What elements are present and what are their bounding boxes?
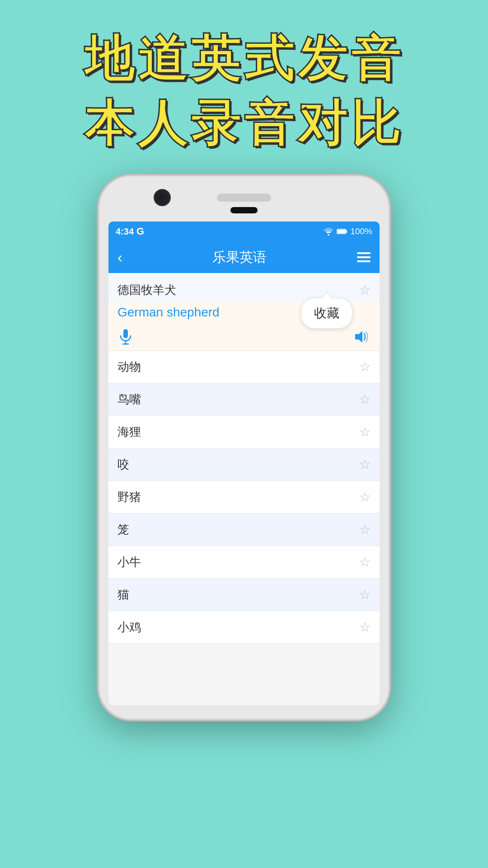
menu-line-1: [357, 252, 371, 254]
selected-card-top: 德国牧羊犬 ☆: [108, 273, 380, 302]
favorite-star-6[interactable]: ☆: [359, 555, 371, 570]
selected-english: German shepherd: [117, 305, 220, 320]
app-bar: ‹ 乐果英语: [108, 241, 380, 273]
list-item-text: 小鸡: [117, 619, 141, 635]
camera: [154, 189, 171, 206]
status-time: 4:34: [116, 226, 134, 237]
list-item-text: 猫: [117, 587, 129, 603]
status-left: 4:34 G: [116, 226, 144, 237]
list-item[interactable]: 小鸡 ☆: [108, 611, 380, 644]
battery-percentage: 100%: [350, 226, 372, 236]
list-item-text: 笼: [117, 522, 129, 538]
battery-icon: [337, 228, 347, 235]
phone-screen: 4:34 G 100%: [108, 222, 380, 705]
favorite-star-7[interactable]: ☆: [359, 587, 371, 602]
home-sensor: [230, 207, 258, 213]
content-area: 德国牧羊犬 ☆ German shepherd 收藏: [108, 273, 380, 705]
svg-rect-2: [346, 230, 347, 232]
menu-line-3: [357, 260, 371, 262]
google-icon: G: [136, 226, 144, 237]
vocab-list: 动物 ☆ 鸟嘴 ☆ 海狸 ☆ 咬 ☆ 野猪 ☆: [108, 351, 380, 644]
favorite-star-0[interactable]: ☆: [359, 359, 371, 374]
favorite-star-1[interactable]: ☆: [359, 392, 371, 407]
list-item[interactable]: 小牛 ☆: [108, 546, 380, 579]
list-item[interactable]: 笼 ☆: [108, 514, 380, 546]
wifi-icon: [323, 227, 334, 236]
back-button[interactable]: ‹: [117, 250, 122, 264]
favorite-star-5[interactable]: ☆: [359, 522, 371, 537]
list-item-text: 野猪: [117, 489, 141, 505]
list-item[interactable]: 海狸 ☆: [108, 416, 380, 448]
list-item-text: 海狸: [117, 424, 141, 440]
favorite-star-8[interactable]: ☆: [359, 620, 371, 635]
list-item-text: 咬: [117, 457, 129, 472]
svg-point-0: [328, 234, 329, 236]
collect-bubble[interactable]: 收藏: [301, 298, 352, 329]
collect-label: 收藏: [314, 306, 339, 320]
favorite-star-selected[interactable]: ☆: [359, 283, 371, 297]
list-item-text: 动物: [117, 359, 141, 375]
status-bar: 4:34 G 100%: [108, 222, 380, 241]
bg-headline: 地道英式发音 本人录音对比: [84, 27, 404, 156]
list-item[interactable]: 猫 ☆: [108, 579, 380, 611]
list-item-text: 鸟嘴: [117, 392, 141, 407]
list-item[interactable]: 动物 ☆: [108, 351, 380, 383]
speaker-icon[interactable]: [353, 330, 369, 344]
svg-rect-3: [338, 230, 346, 234]
menu-button[interactable]: [357, 252, 371, 262]
status-right: 100%: [323, 226, 372, 236]
app-title: 乐果英语: [212, 248, 267, 267]
bg-headline-line2: 本人录音对比: [84, 92, 404, 156]
svg-rect-4: [123, 329, 128, 338]
svg-marker-7: [355, 331, 362, 343]
list-item[interactable]: 鸟嘴 ☆: [108, 383, 380, 416]
speaker-top: [217, 193, 271, 202]
list-item[interactable]: 野猪 ☆: [108, 481, 380, 514]
favorite-star-2[interactable]: ☆: [359, 425, 371, 439]
menu-line-2: [357, 256, 371, 258]
selected-card: 德国牧羊犬 ☆ German shepherd 收藏: [108, 273, 380, 351]
selected-chinese: 德国牧羊犬: [117, 282, 176, 298]
favorite-star-4[interactable]: ☆: [359, 490, 371, 505]
list-item[interactable]: 咬 ☆: [108, 448, 380, 481]
mic-icon[interactable]: [119, 329, 132, 345]
phone-frame: 4:34 G 100%: [99, 176, 389, 719]
favorite-star-3[interactable]: ☆: [359, 457, 371, 472]
list-item-text: 小牛: [117, 554, 141, 570]
bg-headline-line1: 地道英式发音: [84, 27, 404, 92]
